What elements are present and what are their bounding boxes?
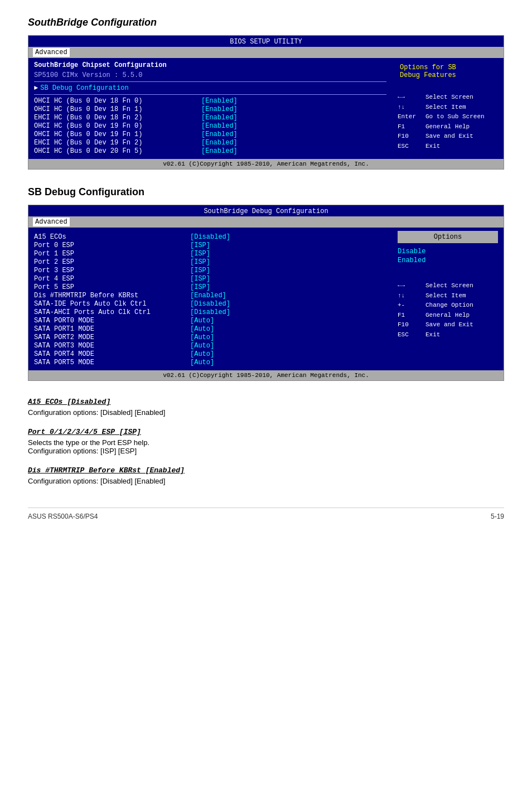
bios-tab-advanced-2[interactable]: Advanced xyxy=(33,218,70,226)
desc-title-3: Dis #THRMTRIP Before KBRst [Enabled] xyxy=(28,466,504,475)
bios-right-1: Options for SB Debug Features ←→Select S… xyxy=(392,58,504,159)
bios-data-row[interactable]: SATA PORT3 MODE[Auto] xyxy=(34,342,386,350)
desc-text2-2: Configuration options: [ISP] [ESP] xyxy=(28,447,504,455)
bios-tab-row-1: Advanced xyxy=(28,47,504,58)
bios-data-row[interactable]: SATA PORT1 MODE[Auto] xyxy=(34,325,386,333)
help-key-item: ESCExit xyxy=(398,330,498,340)
bios-data-row: OHCI HC (Bus 0 Dev 18 Fn 1)[Enabled] xyxy=(34,105,386,113)
bios-data-row[interactable]: Port 2 ESP[ISP] xyxy=(34,258,386,266)
bios-subtitle-1: SP5100 CIMx Version : 5.5.0 xyxy=(34,71,386,79)
bios-right-text-1: Options for SB Debug Features xyxy=(398,61,498,81)
bios-main-title-1: SouthBridge Chipset Configuration xyxy=(34,61,386,69)
bios-data-row[interactable]: SATA PORT5 MODE[Auto] xyxy=(34,359,386,366)
bios-data-row: EHCI HC (Bus 0 Dev 19 Fn 2)[Enabled] xyxy=(34,139,386,147)
bios-data-row[interactable]: Port 4 ESP[ISP] xyxy=(34,275,386,283)
bios-right-options-2: DisableEnabled xyxy=(398,248,498,264)
bios-data-row[interactable]: A15 ECOs[Disabled] xyxy=(34,233,386,241)
desc-text2-1: Selects the type or the Port ESP help. xyxy=(28,438,504,447)
footer-right: 5-19 xyxy=(491,513,504,520)
desc-title-1: A15 ECOs [Disabled] xyxy=(28,398,504,406)
bios-tab-row-2: Advanced xyxy=(28,216,504,228)
section1-title: SouthBridge Configuration xyxy=(28,17,504,28)
bios-tab-advanced-1[interactable]: Advanced xyxy=(33,48,70,57)
bios-header-1: BIOS SETUP UTILITY xyxy=(28,36,504,47)
right-option-item[interactable]: Enabled xyxy=(398,257,498,264)
bios-data-row[interactable]: Port 3 ESP[ISP] xyxy=(34,267,386,274)
footer-left: ASUS RS500A-S6/PS4 xyxy=(28,513,98,520)
bios-body-1: SouthBridge Chipset Configuration SP5100… xyxy=(28,58,504,159)
help-key-item: ↑↓Select Item xyxy=(398,291,498,301)
desc-text-1: Configuration options: [Disabled] [Enabl… xyxy=(28,408,504,417)
desc-section-1: A15 ECOs [Disabled] Configuration option… xyxy=(28,398,504,417)
bios-data-row: OHCI HC (Bus 0 Dev 20 Fn 5)[Enabled] xyxy=(34,147,386,155)
right-option-item[interactable]: Disable xyxy=(398,248,498,255)
help-key-item: F10Save and Exit xyxy=(398,132,498,142)
bios-footer-1: v02.61 (C)Copyright 1985-2010, American … xyxy=(28,159,504,169)
bios-left-1: SouthBridge Chipset Configuration SP5100… xyxy=(28,58,392,159)
bios-help-keys-1: ←→Select Screen↑↓Select ItemEnterGo to S… xyxy=(398,93,498,152)
bios-data-row: OHCI HC (Bus 0 Dev 18 Fn 0)[Enabled] xyxy=(34,97,386,105)
bios-right-2: Options DisableEnabled ←→Select Screen↑↓… xyxy=(392,228,504,370)
help-key-item: ←→Select Screen xyxy=(398,281,498,291)
bios-data-row: OHCI HC (Bus 0 Dev 19 Fn 1)[Enabled] xyxy=(34,131,386,138)
bios-data-row[interactable]: Port 0 ESP[ISP] xyxy=(34,241,386,249)
bios-header-text-1: BIOS SETUP UTILITY xyxy=(230,38,302,46)
bios-data-row: OHCI HC (Bus 0 Dev 19 Fn 0)[Enabled] xyxy=(34,122,386,130)
help-key-item: F1General Help xyxy=(398,311,498,321)
bios-data-row[interactable]: SATA-AHCI Ports Auto Clk Ctrl[Disabled] xyxy=(34,308,386,316)
arrow-icon-1: ► xyxy=(34,84,38,92)
bios-menu-label-1: SB Debug Configuration xyxy=(40,84,128,92)
help-key-item: ESCExit xyxy=(398,142,498,152)
bios-data-section-2: A15 ECOs[Disabled]Port 0 ESP[ISP]Port 1 … xyxy=(34,233,386,366)
help-key-item: +-Change Option xyxy=(398,301,498,311)
desc-section-2: Port 0/1/2/3/4/5 ESP [ISP] Selects the t… xyxy=(28,428,504,455)
page-footer: ASUS RS500A-S6/PS4 5-19 xyxy=(28,508,504,520)
bios-left-2: A15 ECOs[Disabled]Port 0 ESP[ISP]Port 1 … xyxy=(28,228,392,370)
bios-header-text-2: SouthBridge Debug Configuration xyxy=(204,207,328,215)
bios-header-2: SouthBridge Debug Configuration xyxy=(28,205,504,216)
bios-right-box-title-2: Options xyxy=(434,233,462,241)
bios-data-row[interactable]: SATA PORT4 MODE[Auto] xyxy=(34,350,386,358)
help-key-item: F1General Help xyxy=(398,122,498,132)
help-key-item: ←→Select Screen xyxy=(398,93,498,103)
help-key-item: EnterGo to Sub Screen xyxy=(398,112,498,122)
bios-right-box-2: Options xyxy=(398,231,498,243)
bios-data-row[interactable]: SATA PORT2 MODE[Auto] xyxy=(34,334,386,341)
help-key-item: ↑↓Select Item xyxy=(398,103,498,113)
section2-title: SB Debug Configuration xyxy=(28,186,504,198)
desc-text-3: Configuration options: [Disabled] [Enabl… xyxy=(28,477,504,485)
desc-section-3: Dis #THRMTRIP Before KBRst [Enabled] Con… xyxy=(28,466,504,485)
bios-screen-1: BIOS SETUP UTILITY Advanced SouthBridge … xyxy=(28,35,504,170)
bios-screen-2: SouthBridge Debug Configuration Advanced… xyxy=(28,205,504,381)
bios-data-section-1: OHCI HC (Bus 0 Dev 18 Fn 0)[Enabled]OHCI… xyxy=(34,97,386,155)
help-key-item: F10Save and Exit xyxy=(398,320,498,330)
desc-title-2: Port 0/1/2/3/4/5 ESP [ISP] xyxy=(28,428,504,436)
bios-right-box-1: Options for SB Debug Features xyxy=(398,61,498,81)
bios-data-row: EHCI HC (Bus 0 Dev 18 Fn 2)[Enabled] xyxy=(34,114,386,122)
bios-body-2: A15 ECOs[Disabled]Port 0 ESP[ISP]Port 1 … xyxy=(28,228,504,370)
bios-data-row[interactable]: Port 5 ESP[ISP] xyxy=(34,283,386,291)
bios-footer-2: v02.61 (C)Copyright 1985-2010, American … xyxy=(28,370,504,380)
bios-data-row[interactable]: SATA-IDE Ports Auto Clk Ctrl[Disabled] xyxy=(34,300,386,308)
bios-data-row[interactable]: SATA PORT0 MODE[Auto] xyxy=(34,317,386,325)
bios-data-row[interactable]: Dis #THRMTRIP Before KBRst[Enabled] xyxy=(34,292,386,299)
bios-help-keys-2: ←→Select Screen↑↓Select Item+-Change Opt… xyxy=(398,281,498,340)
bios-menu-item-1[interactable]: ► SB Debug Configuration xyxy=(34,84,386,92)
bios-data-row[interactable]: Port 1 ESP[ISP] xyxy=(34,250,386,258)
